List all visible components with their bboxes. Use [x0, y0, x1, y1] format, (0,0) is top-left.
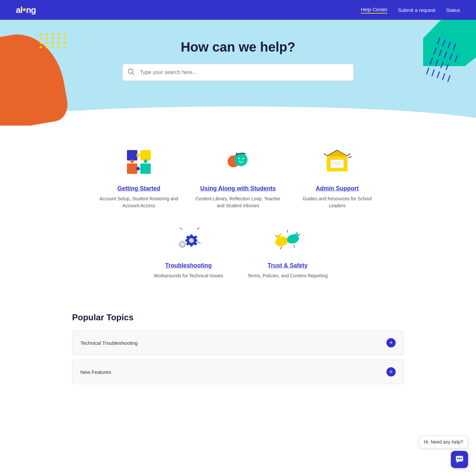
category-troubleshooting: Troubleshooting Workarounds for Technica… [145, 222, 231, 279]
svg-line-45 [275, 235, 277, 237]
svg-rect-35 [178, 244, 181, 245]
svg-rect-2 [127, 150, 138, 161]
category-using-along: Using Along with Students Content Librar… [195, 145, 281, 209]
nav-help-center[interactable]: Help Center [361, 7, 387, 14]
svg-point-40 [274, 235, 289, 248]
troubleshooting-desc: Workarounds for Technical Issues [145, 272, 231, 279]
topic-item-2[interactable]: New Features + [72, 360, 404, 384]
handshake-icon [271, 222, 304, 256]
search-input[interactable] [122, 64, 354, 81]
svg-rect-24 [190, 243, 192, 247]
gear-icon [172, 222, 205, 256]
logo-dot [23, 8, 26, 11]
navbar: alng Help Center Submit a request Status [0, 0, 476, 20]
svg-rect-33 [181, 241, 183, 243]
categories-row-2: Troubleshooting Workarounds for Technica… [63, 222, 413, 279]
troubleshooting-title[interactable]: Troubleshooting [145, 262, 231, 269]
svg-rect-15 [331, 160, 344, 168]
topic-label-1: Technical Troubleshooting [80, 340, 138, 346]
nav-links: Help Center Submit a request Status [361, 7, 460, 14]
svg-line-37 [180, 228, 182, 229]
category-trust-safety: Trust & Safety Terms, Policies, and Cont… [245, 222, 331, 279]
svg-point-22 [189, 238, 194, 243]
svg-line-20 [324, 154, 327, 155]
svg-line-38 [197, 228, 199, 229]
svg-line-1 [133, 73, 134, 75]
popular-topics-title: Popular Topics [72, 312, 404, 323]
svg-point-8 [130, 159, 134, 163]
svg-point-7 [144, 159, 147, 163]
categories-section: Getting Started Account Setup, Student R… [56, 126, 420, 299]
trust-safety-title[interactable]: Trust & Safety [245, 262, 331, 269]
svg-line-44 [294, 245, 295, 247]
svg-rect-23 [190, 235, 192, 238]
trust-safety-desc: Terms, Policies, and Content Reporting [245, 272, 331, 279]
svg-point-6 [136, 153, 140, 157]
popular-topics-section: Popular Topics Technical Troubleshooting… [56, 299, 420, 402]
envelope-icon [321, 145, 354, 178]
topic-expand-2[interactable]: + [386, 367, 396, 377]
svg-point-12 [238, 158, 240, 159]
search-icon [128, 68, 134, 77]
topic-item-1[interactable]: Technical Troubleshooting + [72, 331, 404, 355]
svg-rect-25 [185, 239, 189, 242]
svg-line-39 [198, 242, 200, 243]
admin-support-title[interactable]: Admin Support [294, 185, 380, 192]
category-getting-started: Getting Started Account Setup, Student R… [96, 145, 182, 209]
getting-started-desc: Account Setup, Student Rostering and Acc… [96, 195, 182, 209]
getting-started-title[interactable]: Getting Started [96, 185, 182, 192]
topic-label-2: New Features [80, 369, 111, 375]
svg-line-43 [280, 247, 282, 249]
search-bar [122, 64, 354, 81]
svg-line-46 [298, 234, 300, 236]
using-along-title[interactable]: Using Along with Students [195, 185, 281, 192]
puzzle-icon [122, 145, 155, 178]
categories-row-1: Getting Started Account Setup, Student R… [63, 145, 413, 209]
nav-status[interactable]: Status [446, 7, 460, 13]
svg-point-11 [234, 153, 248, 166]
svg-rect-34 [181, 246, 183, 248]
svg-line-19 [348, 157, 351, 158]
svg-rect-5 [140, 164, 151, 174]
nav-submit-request[interactable]: Submit a request [398, 7, 435, 13]
svg-rect-4 [127, 164, 138, 174]
svg-point-9 [136, 167, 140, 171]
hero-title: How can we help? [7, 40, 469, 55]
logo[interactable]: alng [16, 5, 36, 15]
topic-expand-1[interactable]: + [386, 338, 396, 347]
hero-wave [0, 106, 476, 126]
category-admin-support: Admin Support Guides and Resources for S… [294, 145, 380, 209]
students-icon [221, 145, 255, 178]
using-along-desc: Content Library, Reflection Loop, Teache… [195, 195, 281, 209]
svg-line-18 [348, 154, 350, 155]
hero-section: How can we help? [0, 20, 476, 126]
admin-support-desc: Guides and Resources for School Leaders [294, 195, 380, 209]
svg-rect-3 [140, 150, 151, 161]
svg-rect-36 [184, 244, 186, 245]
svg-rect-26 [194, 239, 197, 242]
svg-point-32 [181, 243, 184, 246]
svg-point-13 [242, 158, 244, 159]
